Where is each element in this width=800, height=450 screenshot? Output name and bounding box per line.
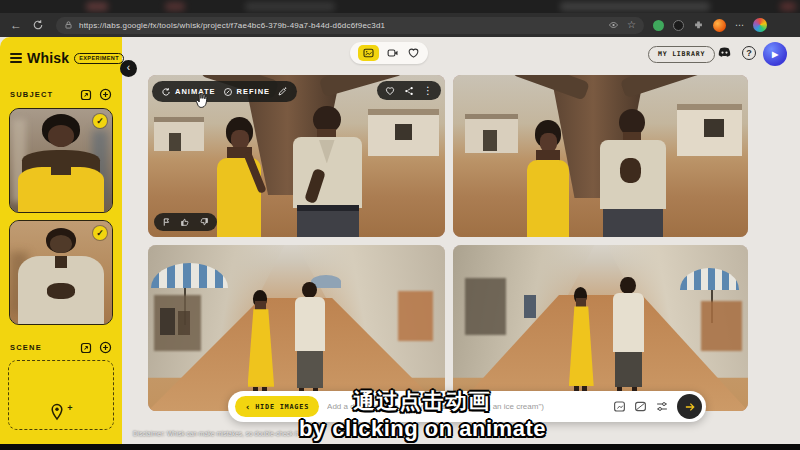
scene-add-icon[interactable]: [99, 341, 112, 354]
extension-icon-green[interactable]: [653, 20, 664, 31]
mode-switcher: [350, 42, 428, 64]
cursor-hand-icon: [194, 91, 211, 109]
image-actions: ⋮: [377, 81, 441, 100]
bookmark-star-icon[interactable]: ☆: [627, 20, 636, 30]
image-toolbar: ANIMATE REFINE: [152, 81, 297, 102]
bottom-black-strip: [0, 444, 800, 450]
flag-icon[interactable]: [162, 217, 171, 227]
more-options-icon[interactable]: ⋮: [423, 86, 433, 96]
back-icon[interactable]: ←: [10, 19, 22, 31]
extension-icon-dark[interactable]: [673, 20, 684, 31]
browser-tab-strip[interactable]: [0, 0, 800, 13]
app-title: Whisk: [27, 50, 69, 66]
subject-selected-check-icon[interactable]: ✓: [93, 226, 107, 240]
generated-image-1[interactable]: ANIMATE REFINE ⋮: [148, 75, 445, 237]
my-library-button[interactable]: MY LIBRARY: [648, 46, 715, 63]
subtitle-english: by clicking on animate: [45, 416, 800, 442]
subject-card-man[interactable]: ✓: [9, 220, 113, 325]
thumb-up-icon[interactable]: [180, 217, 190, 227]
subject-selected-check-icon[interactable]: ✓: [93, 114, 107, 128]
browser-menu-icon[interactable]: ⋯: [735, 20, 744, 30]
favorites-heart-icon[interactable]: [407, 47, 420, 59]
lock-icon: [64, 20, 73, 30]
browser-address-row: ← https://labs.google/fx/tools/whisk/pro…: [0, 13, 800, 37]
reload-icon[interactable]: [32, 19, 44, 31]
browser-profile-avatar[interactable]: [753, 18, 767, 32]
extensions-puzzle-icon[interactable]: [693, 20, 704, 31]
browser-logo-icon[interactable]: [713, 19, 726, 32]
share-icon[interactable]: [404, 86, 414, 96]
sidebar-collapse-button[interactable]: ‹: [120, 60, 137, 77]
generated-image-2[interactable]: [453, 75, 748, 237]
menu-icon[interactable]: [10, 53, 22, 63]
user-avatar[interactable]: ▶: [763, 42, 787, 66]
scene-section-label: SCENE: [10, 343, 73, 352]
image-mode-icon[interactable]: [358, 45, 379, 61]
address-bar[interactable]: https://labs.google/fx/tools/whisk/proje…: [56, 17, 644, 34]
scene-replace-image-icon[interactable]: [80, 342, 92, 354]
like-heart-icon[interactable]: [385, 86, 395, 96]
browser-chrome: ← https://labs.google/fx/tools/whisk/pro…: [0, 0, 800, 37]
thumb-down-icon[interactable]: [199, 217, 209, 227]
discord-icon[interactable]: [716, 46, 733, 60]
whisk-app-screenshot: ← https://labs.google/fx/tools/whisk/pro…: [0, 0, 800, 450]
subtitle-chinese: 通过点击动画: [45, 387, 800, 415]
refine-icon: [223, 87, 233, 97]
edit-prompt-icon[interactable]: [277, 86, 288, 97]
help-icon[interactable]: ?: [742, 46, 756, 60]
video-mode-icon[interactable]: [386, 47, 400, 59]
password-eye-icon[interactable]: [608, 20, 619, 30]
url-text: https://labs.google/fx/tools/whisk/proje…: [79, 21, 600, 30]
subject-add-icon[interactable]: [99, 88, 112, 101]
experiment-badge: EXPERIMENT: [74, 53, 124, 64]
subject-section-label: SUBJECT: [10, 90, 73, 99]
animate-icon: [161, 87, 171, 97]
refine-button[interactable]: REFINE: [223, 87, 271, 97]
subject-replace-image-icon[interactable]: [80, 89, 92, 101]
feedback-actions: [154, 213, 217, 231]
subject-card-woman[interactable]: ✓: [9, 108, 113, 213]
